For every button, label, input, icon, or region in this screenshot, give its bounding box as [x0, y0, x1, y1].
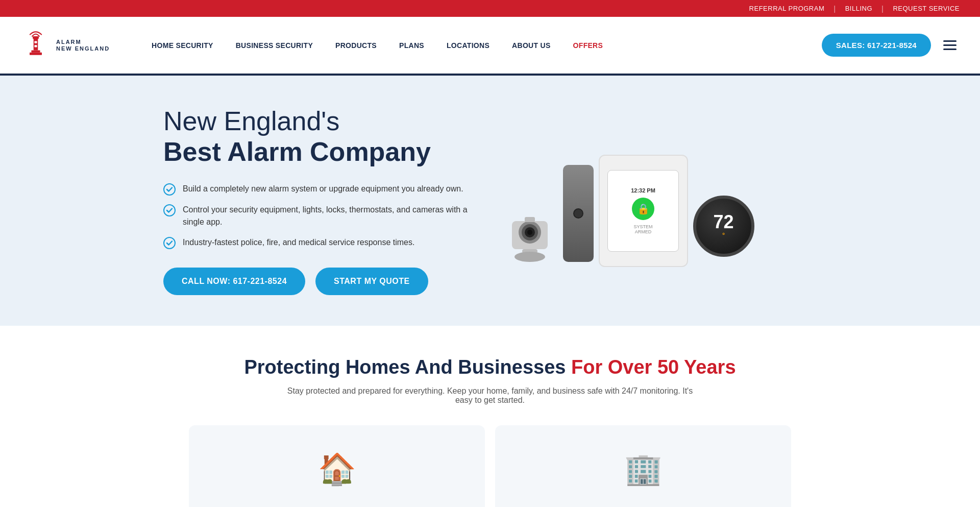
top-bar: REFERRAL PROGRAM | BILLING | REQUEST SER…	[0, 0, 980, 17]
thermostat-device: 72 °	[693, 196, 754, 257]
protecting-title-dark: Protecting Homes And Businesses	[244, 356, 566, 378]
hero-buttons: CALL NOW: 617-221-8524 START MY QUOTE	[163, 268, 490, 295]
logo[interactable]: ALARM NEW ENGLAND	[20, 30, 110, 61]
call-now-button[interactable]: CALL NOW: 617-221-8524	[163, 268, 305, 295]
hamburger-line-3	[943, 49, 957, 50]
feature-2: Control your security equipment, lights,…	[163, 204, 490, 228]
svg-rect-5	[34, 45, 37, 47]
doorbell-button	[573, 208, 583, 219]
header-right: SALES: 617-221-8524	[822, 34, 960, 57]
home-security-card[interactable]: 🏠	[189, 425, 485, 507]
protecting-subtitle: Stay protected and prepared for everythi…	[286, 387, 694, 405]
protecting-section: Protecting Homes And Businesses For Over…	[0, 326, 980, 507]
nav-about-us[interactable]: ABOUT US	[501, 36, 562, 55]
nav-offers[interactable]: OFFERS	[562, 36, 615, 55]
hero-title: New England's Best Alarm Company	[163, 106, 490, 167]
hero-devices: 12:32 PM 🔒 SYSTEMARMED 72 °	[510, 124, 745, 277]
hero-content: New England's Best Alarm Company Build a…	[163, 106, 490, 295]
svg-rect-16	[525, 217, 535, 222]
hamburger-menu[interactable]	[940, 37, 960, 53]
nav-home-security[interactable]: HOME SECURITY	[140, 36, 225, 55]
svg-point-15	[514, 252, 545, 262]
svg-point-7	[164, 205, 175, 216]
sales-button[interactable]: SALES: 617-221-8524	[822, 34, 931, 57]
business-security-card[interactable]: 🏢	[495, 425, 791, 507]
feature-1: Build a completely new alarm system or u…	[163, 183, 490, 196]
referral-link[interactable]: REFERRAL PROGRAM	[749, 5, 825, 12]
check-icon-1	[163, 183, 176, 196]
cards-row: 🏠 🏢	[20, 425, 960, 507]
protecting-title-highlight: For Over 50 Years	[571, 356, 736, 378]
hero-features: Build a completely new alarm system or u…	[163, 183, 490, 249]
nav-plans[interactable]: PLANS	[388, 36, 435, 55]
panel-screen: 12:32 PM 🔒 SYSTEMARMED	[607, 170, 679, 252]
protecting-title: Protecting Homes And Businesses For Over…	[20, 356, 960, 378]
svg-rect-1	[33, 36, 39, 39]
feature-1-text: Build a completely new alarm system or u…	[183, 183, 463, 195]
nav-locations[interactable]: LOCATIONS	[435, 36, 501, 55]
devices-illustration: 12:32 PM 🔒 SYSTEMARMED 72 °	[510, 124, 745, 267]
svg-point-8	[164, 237, 175, 249]
svg-point-13	[527, 230, 532, 235]
doorbell-device	[563, 165, 594, 262]
site-header: ALARM NEW ENGLAND HOME SECURITY BUSINESS…	[0, 17, 980, 76]
start-quote-button[interactable]: START MY QUOTE	[315, 268, 428, 295]
feature-3-text: Industry-fastest police, fire, and medic…	[183, 236, 414, 249]
control-panel: 12:32 PM 🔒 SYSTEMARMED	[599, 155, 688, 267]
main-nav: HOME SECURITY BUSINESS SECURITY PRODUCTS…	[140, 36, 822, 55]
check-icon-2	[163, 204, 176, 216]
hero-title-light: New England's	[163, 106, 339, 136]
svg-rect-4	[34, 41, 37, 43]
home-icon: 🏠	[318, 451, 356, 487]
panel-time: 12:32 PM	[631, 187, 655, 194]
svg-rect-3	[30, 52, 42, 55]
panel-lock-icon: 🔒	[632, 198, 654, 220]
thermostat-unit: °	[722, 231, 725, 239]
nav-business-security[interactable]: BUSINESS SECURITY	[225, 36, 324, 55]
svg-rect-2	[31, 50, 40, 52]
svg-point-6	[164, 184, 175, 195]
separator-2: |	[881, 4, 884, 13]
building-icon: 🏢	[624, 451, 663, 487]
check-icon-3	[163, 237, 176, 249]
thermostat-temp: 72	[713, 213, 733, 231]
logo-text: ALARM NEW ENGLAND	[56, 39, 110, 51]
logo-icon	[20, 30, 51, 61]
camera-device	[502, 196, 558, 267]
hamburger-line-1	[943, 40, 957, 42]
request-service-link[interactable]: REQUEST SERVICE	[893, 5, 960, 12]
billing-link[interactable]: BILLING	[845, 5, 872, 12]
nav-products[interactable]: PRODUCTS	[324, 36, 388, 55]
feature-3: Industry-fastest police, fire, and medic…	[163, 236, 490, 249]
svg-rect-0	[34, 38, 38, 50]
separator-1: |	[834, 4, 836, 13]
hero-section: New England's Best Alarm Company Build a…	[0, 76, 980, 326]
hamburger-line-2	[943, 44, 957, 46]
hero-title-bold: Best Alarm Company	[163, 137, 431, 166]
panel-status: SYSTEMARMED	[633, 224, 652, 234]
feature-2-text: Control your security equipment, lights,…	[183, 204, 490, 228]
